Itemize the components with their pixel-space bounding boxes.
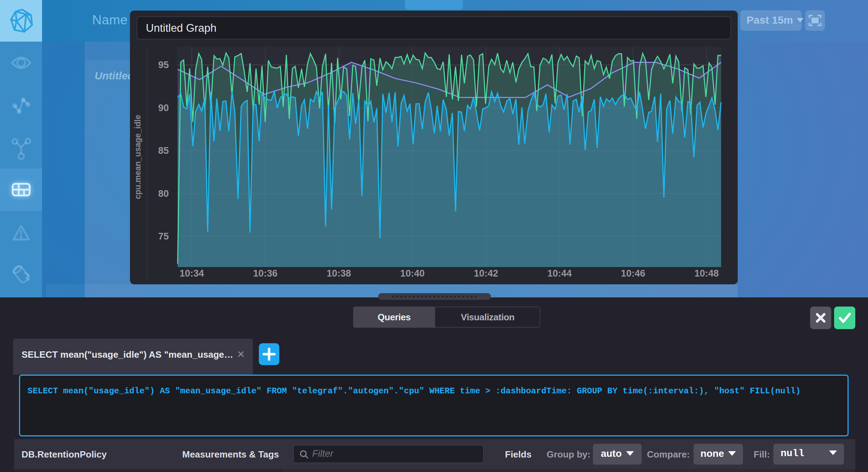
svg-text:95: 95 <box>158 60 169 70</box>
svg-text:80: 80 <box>158 188 169 199</box>
svg-text:10:36: 10:36 <box>253 268 278 279</box>
svg-text:10:42: 10:42 <box>474 268 498 279</box>
svg-text:10:34: 10:34 <box>179 268 204 279</box>
svg-text:10:46: 10:46 <box>621 268 645 279</box>
svg-text:85: 85 <box>158 145 169 156</box>
svg-text:cpu.mean_usage_idle: cpu.mean_usage_idle <box>133 115 142 199</box>
svg-text:75: 75 <box>158 231 169 242</box>
svg-text:90: 90 <box>158 103 169 113</box>
svg-text:10:38: 10:38 <box>327 268 351 279</box>
svg-text:10:44: 10:44 <box>547 268 572 279</box>
svg-text:10:48: 10:48 <box>695 268 719 279</box>
svg-text:10:40: 10:40 <box>400 268 424 279</box>
